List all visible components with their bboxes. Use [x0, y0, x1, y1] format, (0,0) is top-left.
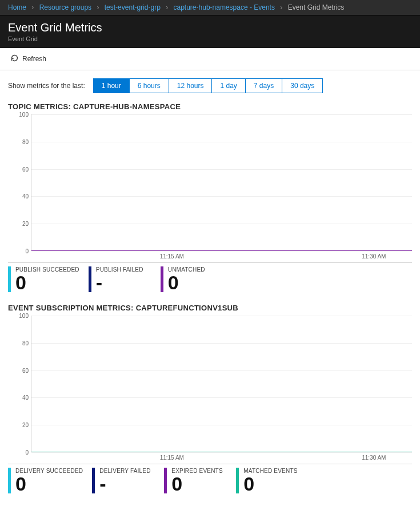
chart-y-axis: 020406080100: [8, 114, 31, 251]
toolbar: Refresh: [0, 48, 420, 70]
chart-y-tick: 80: [8, 138, 29, 145]
chart-y-tick: 0: [8, 449, 29, 456]
chart-x-axis: 11:15 AM11:30 AM: [31, 251, 412, 262]
chart-gridline: [31, 343, 412, 344]
chart-y-tick: 100: [8, 111, 29, 118]
legend-delivery-succeeded[interactable]: DELIVERY SUCCEEDED 0: [8, 468, 83, 493]
time-tab-30d[interactable]: 30 days: [282, 79, 322, 93]
legend-matched-events[interactable]: MATCHED EVENTS 0: [236, 468, 299, 493]
time-tab-7d[interactable]: 7 days: [246, 79, 282, 93]
chart-x-tick: 11:30 AM: [362, 253, 386, 260]
breadcrumb-sep: ›: [97, 3, 99, 11]
breadcrumb-sep: ›: [31, 3, 34, 11]
subscription-metrics-title: EVENT SUBSCRIPTION METRICS: CAPTUREFUNCT…: [8, 304, 412, 312]
page-header: Event Grid Metrics Event Grid: [0, 15, 420, 48]
topic-metrics-chart[interactable]: 020406080100 11:15 AM11:30 AM: [8, 114, 412, 263]
refresh-label: Refresh: [22, 55, 46, 63]
subscription-metrics-chart[interactable]: 020406080100 11:15 AM11:30 AM: [8, 316, 412, 464]
page-subtitle: Event Grid: [8, 35, 412, 42]
breadcrumb-group[interactable]: test-event-grid-grp: [105, 3, 161, 11]
time-filter-row: Show metrics for the last: 1 hour 6 hour…: [8, 78, 412, 93]
chart-plot: [31, 316, 412, 452]
legend-publish-failed[interactable]: PUBLISH FAILED -: [89, 266, 151, 292]
breadcrumb: Home › Resource groups › test-event-grid…: [0, 0, 420, 15]
chart-y-tick: 40: [8, 395, 29, 401]
chart-x-tick: 11:15 AM: [160, 253, 184, 260]
chart-gridline: [31, 425, 412, 425]
chart-x-tick: 11:30 AM: [362, 455, 386, 461]
subscription-metrics-legend: DELIVERY SUCCEEDED 0 DELIVERY FAILED - E…: [8, 468, 412, 493]
time-tab-12h[interactable]: 12 hours: [169, 79, 213, 93]
time-tab-1h[interactable]: 1 hour: [94, 79, 130, 93]
chart-y-tick: 60: [8, 367, 29, 373]
chart-y-tick: 20: [8, 422, 29, 428]
chart-y-tick: 40: [8, 193, 29, 200]
legend-publish-succeeded[interactable]: PUBLISH SUCCEEDED 0: [8, 266, 79, 292]
chart-plot: [31, 114, 412, 251]
time-range-tabs: 1 hour 6 hours 12 hours 1 day 7 days 30 …: [93, 78, 323, 93]
chart-x-axis: 11:15 AM11:30 AM: [31, 452, 412, 464]
refresh-button[interactable]: Refresh: [8, 53, 49, 65]
time-tab-6h[interactable]: 6 hours: [130, 79, 169, 93]
chart-gridline: [31, 397, 412, 398]
chart-gridline: [31, 142, 412, 142]
topic-metrics-legend: PUBLISH SUCCEEDED 0 PUBLISH FAILED - UNM…: [8, 266, 412, 292]
breadcrumb-sep: ›: [280, 3, 282, 11]
content: Show metrics for the last: 1 hour 6 hour…: [0, 70, 420, 506]
time-filter-label: Show metrics for the last:: [8, 82, 85, 90]
chart-y-tick: 80: [8, 340, 29, 346]
chart-y-tick: 60: [8, 166, 29, 172]
breadcrumb-home[interactable]: Home: [8, 3, 26, 11]
legend-value: 0: [168, 273, 223, 292]
topic-metrics-title: TOPIC METRICS: CAPTURE-HUB-NAMESPACE: [8, 102, 412, 111]
legend-value: 0: [171, 474, 227, 493]
legend-expired-events[interactable]: EXPIRED EVENTS 0: [164, 468, 227, 493]
chart-gridline: [31, 169, 412, 170]
legend-delivery-failed[interactable]: DELIVERY FAILED -: [92, 468, 155, 493]
chart-y-tick: 20: [8, 221, 29, 227]
chart-gridline: [31, 114, 412, 115]
breadcrumb-namespace-events[interactable]: capture-hub-namespace - Events: [174, 3, 275, 11]
legend-label: DELIVERY FAILED: [99, 468, 155, 474]
breadcrumb-current: Event Grid Metrics: [288, 3, 345, 11]
chart-y-tick: 100: [8, 313, 29, 319]
chart-y-axis: 020406080100: [8, 316, 31, 452]
breadcrumb-sep: ›: [166, 3, 168, 11]
chart-gridline: [31, 370, 412, 371]
chart-gridline: [31, 196, 412, 197]
refresh-icon: [10, 54, 19, 64]
legend-value: -: [99, 474, 155, 493]
legend-value: -: [96, 273, 151, 292]
chart-y-tick: 0: [8, 248, 29, 254]
legend-label: PUBLISH FAILED: [96, 266, 151, 273]
legend-unmatched[interactable]: UNMATCHED 0: [161, 266, 223, 292]
time-tab-1d[interactable]: 1 day: [212, 79, 245, 93]
breadcrumb-resource-groups[interactable]: Resource groups: [39, 3, 91, 11]
chart-x-tick: 11:15 AM: [160, 455, 184, 461]
page-title: Event Grid Metrics: [8, 21, 412, 34]
chart-gridline: [31, 316, 412, 316]
legend-value: 0: [15, 474, 83, 493]
chart-gridline: [31, 224, 412, 224]
legend-value: 0: [15, 273, 79, 292]
legend-value: 0: [243, 474, 299, 493]
